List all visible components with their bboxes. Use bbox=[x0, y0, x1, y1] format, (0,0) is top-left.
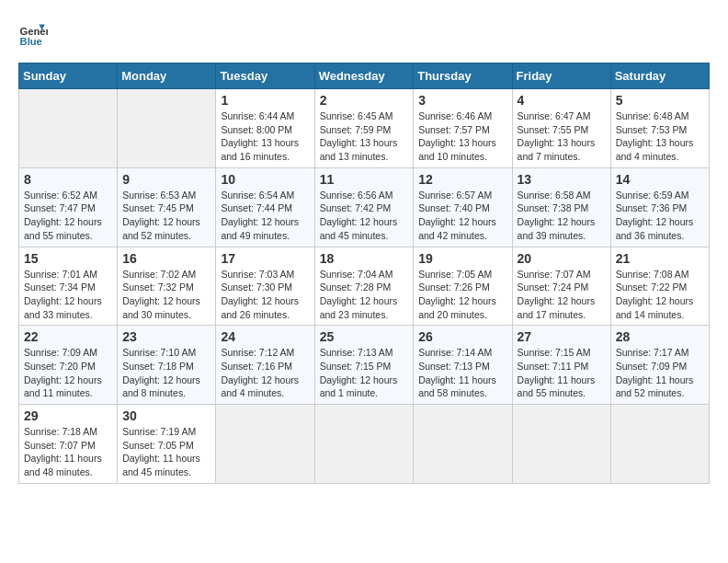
logo-icon: General Blue bbox=[18, 18, 48, 48]
day-info: Sunrise: 6:54 AMSunset: 7:44 PMDaylight:… bbox=[221, 189, 309, 243]
calendar-cell: 29 Sunrise: 7:18 AMSunset: 7:07 PMDaylig… bbox=[19, 405, 118, 484]
calendar-cell: 9 Sunrise: 6:53 AMSunset: 7:45 PMDayligh… bbox=[118, 167, 216, 247]
calendar-cell: 19 Sunrise: 7:05 AMSunset: 7:26 PMDaylig… bbox=[414, 247, 512, 326]
header-friday: Friday bbox=[512, 63, 610, 89]
day-info: Sunrise: 6:53 AMSunset: 7:45 PMDaylight:… bbox=[122, 189, 210, 243]
calendar-week-3: 15 Sunrise: 7:01 AMSunset: 7:34 PMDaylig… bbox=[19, 247, 710, 326]
day-number: 10 bbox=[221, 172, 309, 187]
day-info: Sunrise: 6:48 AMSunset: 7:53 PMDaylight:… bbox=[616, 109, 704, 164]
day-info: Sunrise: 7:13 AMSunset: 7:15 PMDaylight:… bbox=[320, 346, 409, 400]
day-number: 20 bbox=[518, 251, 606, 266]
calendar-cell bbox=[610, 405, 709, 484]
calendar-cell: 13 Sunrise: 6:58 AMSunset: 7:38 PMDaylig… bbox=[512, 167, 610, 247]
calendar-cell: 1 Sunrise: 6:44 AMSunset: 8:00 PMDayligh… bbox=[216, 89, 314, 168]
day-info: Sunrise: 6:46 AMSunset: 7:57 PMDaylight:… bbox=[418, 109, 506, 164]
day-info: Sunrise: 7:02 AMSunset: 7:32 PMDaylight:… bbox=[122, 268, 210, 322]
calendar-header-row: SundayMondayTuesdayWednesdayThursdayFrid… bbox=[19, 63, 710, 89]
day-info: Sunrise: 7:19 AMSunset: 7:05 PMDaylight:… bbox=[122, 425, 210, 479]
calendar-cell: 10 Sunrise: 6:54 AMSunset: 7:44 PMDaylig… bbox=[216, 167, 314, 247]
day-info: Sunrise: 6:56 AMSunset: 7:42 PMDaylight:… bbox=[320, 189, 409, 243]
calendar-cell: 27 Sunrise: 7:15 AMSunset: 7:11 PMDaylig… bbox=[512, 326, 610, 405]
header-sunday: Sunday bbox=[19, 63, 118, 89]
day-number: 30 bbox=[122, 408, 210, 423]
calendar-cell: 28 Sunrise: 7:17 AMSunset: 7:09 PMDaylig… bbox=[610, 326, 709, 405]
day-info: Sunrise: 7:01 AMSunset: 7:34 PMDaylight:… bbox=[24, 268, 112, 322]
page-header: General Blue bbox=[18, 18, 710, 48]
calendar-cell: 24 Sunrise: 7:12 AMSunset: 7:16 PMDaylig… bbox=[216, 326, 314, 405]
day-info: Sunrise: 6:58 AMSunset: 7:38 PMDaylight:… bbox=[518, 189, 606, 243]
day-info: Sunrise: 7:15 AMSunset: 7:11 PMDaylight:… bbox=[518, 346, 606, 400]
day-info: Sunrise: 6:59 AMSunset: 7:36 PMDaylight:… bbox=[616, 189, 704, 243]
calendar-cell: 17 Sunrise: 7:03 AMSunset: 7:30 PMDaylig… bbox=[216, 247, 314, 326]
calendar-cell bbox=[414, 405, 512, 484]
day-number: 22 bbox=[24, 329, 112, 344]
calendar-cell: 5 Sunrise: 6:48 AMSunset: 7:53 PMDayligh… bbox=[610, 89, 709, 168]
calendar-table: SundayMondayTuesdayWednesdayThursdayFrid… bbox=[18, 63, 710, 484]
calendar-cell: 21 Sunrise: 7:08 AMSunset: 7:22 PMDaylig… bbox=[610, 247, 709, 326]
calendar-week-1: 1 Sunrise: 6:44 AMSunset: 8:00 PMDayligh… bbox=[19, 89, 710, 168]
day-number: 2 bbox=[320, 93, 409, 108]
header-monday: Monday bbox=[118, 63, 216, 89]
calendar-cell bbox=[216, 405, 314, 484]
day-number: 1 bbox=[221, 93, 309, 108]
calendar-cell: 2 Sunrise: 6:45 AMSunset: 7:59 PMDayligh… bbox=[314, 89, 414, 168]
day-number: 8 bbox=[24, 172, 112, 187]
day-number: 18 bbox=[320, 251, 409, 266]
calendar-cell: 30 Sunrise: 7:19 AMSunset: 7:05 PMDaylig… bbox=[118, 405, 216, 484]
day-number: 26 bbox=[418, 329, 506, 344]
svg-text:Blue: Blue bbox=[20, 36, 42, 47]
calendar-cell bbox=[512, 405, 610, 484]
day-info: Sunrise: 6:52 AMSunset: 7:47 PMDaylight:… bbox=[24, 189, 112, 243]
calendar-cell: 8 Sunrise: 6:52 AMSunset: 7:47 PMDayligh… bbox=[19, 167, 118, 247]
day-number: 21 bbox=[616, 251, 704, 266]
calendar-cell: 20 Sunrise: 7:07 AMSunset: 7:24 PMDaylig… bbox=[512, 247, 610, 326]
day-number: 3 bbox=[418, 93, 506, 108]
day-info: Sunrise: 7:04 AMSunset: 7:28 PMDaylight:… bbox=[320, 268, 409, 322]
calendar-cell: 4 Sunrise: 6:47 AMSunset: 7:55 PMDayligh… bbox=[512, 89, 610, 168]
day-info: Sunrise: 7:18 AMSunset: 7:07 PMDaylight:… bbox=[24, 425, 112, 479]
calendar-cell: 12 Sunrise: 6:57 AMSunset: 7:40 PMDaylig… bbox=[414, 167, 512, 247]
calendar-cell: 25 Sunrise: 7:13 AMSunset: 7:15 PMDaylig… bbox=[314, 326, 414, 405]
day-number: 4 bbox=[518, 93, 606, 108]
svg-text:General: General bbox=[20, 26, 48, 37]
day-info: Sunrise: 7:08 AMSunset: 7:22 PMDaylight:… bbox=[616, 268, 704, 322]
day-info: Sunrise: 7:14 AMSunset: 7:13 PMDaylight:… bbox=[418, 346, 506, 400]
header-thursday: Thursday bbox=[414, 63, 512, 89]
day-info: Sunrise: 6:57 AMSunset: 7:40 PMDaylight:… bbox=[418, 189, 506, 243]
calendar-cell: 26 Sunrise: 7:14 AMSunset: 7:13 PMDaylig… bbox=[414, 326, 512, 405]
calendar-cell: 11 Sunrise: 6:56 AMSunset: 7:42 PMDaylig… bbox=[314, 167, 414, 247]
calendar-cell bbox=[314, 405, 414, 484]
day-number: 9 bbox=[122, 172, 210, 187]
day-number: 24 bbox=[221, 329, 309, 344]
day-number: 25 bbox=[320, 329, 409, 344]
day-info: Sunrise: 7:17 AMSunset: 7:09 PMDaylight:… bbox=[616, 346, 704, 400]
calendar-week-4: 22 Sunrise: 7:09 AMSunset: 7:20 PMDaylig… bbox=[19, 326, 710, 405]
calendar-cell: 16 Sunrise: 7:02 AMSunset: 7:32 PMDaylig… bbox=[118, 247, 216, 326]
day-info: Sunrise: 6:47 AMSunset: 7:55 PMDaylight:… bbox=[518, 109, 606, 164]
day-number: 15 bbox=[24, 251, 112, 266]
day-number: 16 bbox=[122, 251, 210, 266]
day-info: Sunrise: 7:09 AMSunset: 7:20 PMDaylight:… bbox=[24, 346, 112, 400]
calendar-week-5: 29 Sunrise: 7:18 AMSunset: 7:07 PMDaylig… bbox=[19, 405, 710, 484]
day-info: Sunrise: 7:12 AMSunset: 7:16 PMDaylight:… bbox=[221, 346, 309, 400]
day-info: Sunrise: 6:45 AMSunset: 7:59 PMDaylight:… bbox=[320, 109, 409, 164]
day-number: 13 bbox=[518, 172, 606, 187]
day-number: 17 bbox=[221, 251, 309, 266]
day-number: 14 bbox=[616, 172, 704, 187]
day-number: 27 bbox=[518, 329, 606, 344]
day-number: 28 bbox=[616, 329, 704, 344]
calendar-week-2: 8 Sunrise: 6:52 AMSunset: 7:47 PMDayligh… bbox=[19, 167, 710, 247]
day-info: Sunrise: 7:10 AMSunset: 7:18 PMDaylight:… bbox=[122, 346, 210, 400]
calendar-cell: 14 Sunrise: 6:59 AMSunset: 7:36 PMDaylig… bbox=[610, 167, 709, 247]
day-number: 12 bbox=[418, 172, 506, 187]
header-tuesday: Tuesday bbox=[216, 63, 314, 89]
calendar-cell: 15 Sunrise: 7:01 AMSunset: 7:34 PMDaylig… bbox=[19, 247, 118, 326]
day-number: 29 bbox=[24, 408, 112, 423]
day-number: 23 bbox=[122, 329, 210, 344]
calendar-cell: 23 Sunrise: 7:10 AMSunset: 7:18 PMDaylig… bbox=[118, 326, 216, 405]
calendar-cell: 18 Sunrise: 7:04 AMSunset: 7:28 PMDaylig… bbox=[314, 247, 414, 326]
day-number: 19 bbox=[418, 251, 506, 266]
header-wednesday: Wednesday bbox=[314, 63, 414, 89]
logo: General Blue bbox=[18, 18, 48, 48]
header-saturday: Saturday bbox=[610, 63, 709, 89]
